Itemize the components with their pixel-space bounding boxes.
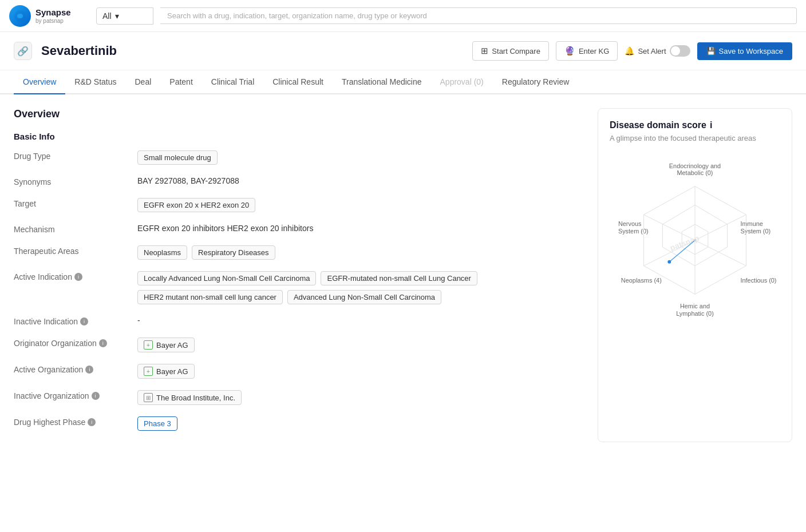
inactive-org-value: ⊞ The Broad Institute, Inc.	[137, 390, 584, 405]
svg-text:Neoplasms (4): Neoplasms (4)	[621, 277, 662, 284]
save-to-workspace-button[interactable]: 💾 Save to Workspace	[697, 42, 792, 60]
bayer-icon: +	[144, 340, 153, 350]
tab-clinical-trial[interactable]: Clinical Trial	[202, 70, 263, 94]
synonyms-value: BAY 2927088, BAY-2927088	[137, 176, 584, 185]
drug-title: Sevabertinib	[41, 43, 463, 58]
drug-highest-phase-label: Drug Highest Phase i	[14, 416, 128, 427]
originator-org-value: + Bayer AG	[137, 338, 584, 352]
svg-text:Lymphatic (0): Lymphatic (0)	[676, 310, 714, 317]
navigation-tabs: Overview R&D Status Deal Patent Clinical…	[0, 70, 806, 94]
tab-patent[interactable]: Patent	[160, 70, 201, 94]
inactive-org-row: Inactive Organization i ⊞ The Broad Inst…	[14, 390, 584, 405]
svg-line-20	[644, 215, 695, 240]
tab-regulatory-review[interactable]: Regulatory Review	[493, 70, 579, 94]
logo-icon	[9, 5, 31, 27]
drug-header: 🔗 Sevabertinib ⊞ Start Compare 🔮 Enter K…	[0, 32, 806, 70]
active-org-value: + Bayer AG	[137, 364, 584, 379]
drug-highest-phase-value: Phase 3	[137, 416, 584, 431]
target-row: Target EGFR exon 20 x HER2 exon 20	[14, 198, 584, 212]
top-bar: Synapse by patsnap All ▾	[0, 0, 806, 32]
set-alert-control: 🔔 Set Alert	[625, 45, 690, 57]
svg-text:System (0): System (0)	[740, 228, 771, 235]
overview-section-title: Overview	[14, 108, 584, 120]
radar-svg: Endocrinology and Metabolic (0) Nervous …	[610, 157, 780, 317]
indication-tag-1: EGFR-mutated non-small Cell Lung Cancer	[321, 271, 477, 285]
therapeutic-areas-row: Therapeutic Areas Neoplasms Respiratory …	[14, 245, 584, 260]
synonyms-text: BAY 2927088, BAY-2927088	[137, 176, 239, 185]
indication-tag-3: Advanced Lung Non-Small Cell Carcinoma	[287, 290, 441, 304]
target-label: Target	[14, 198, 128, 208]
mechanism-row: Mechanism EGFR exon 20 inhibitors HER2 e…	[14, 224, 584, 234]
svg-point-23	[667, 260, 671, 264]
inactive-org-tag: ⊞ The Broad Institute, Inc.	[137, 390, 242, 405]
active-indication-info-icon[interactable]: i	[74, 273, 82, 281]
tab-overview[interactable]: Overview	[14, 70, 65, 94]
synonyms-row: Synonyms BAY 2927088, BAY-2927088	[14, 176, 584, 186]
drug-highest-phase-info-icon[interactable]: i	[88, 418, 96, 426]
active-org-row: Active Organization i + Bayer AG	[14, 364, 584, 379]
svg-line-17	[695, 240, 746, 266]
basic-info-subtitle: Basic Info	[14, 132, 584, 141]
therapeutic-areas-value: Neoplasms Respiratory Diseases	[137, 245, 584, 260]
svg-point-1	[18, 14, 22, 18]
inactive-indication-text: -	[137, 316, 140, 325]
save-icon: 💾	[706, 47, 716, 55]
originator-org-info-icon[interactable]: i	[99, 339, 107, 347]
domain-info-icon[interactable]: i	[710, 120, 712, 130]
inactive-indication-info-icon[interactable]: i	[80, 317, 88, 325]
disease-domain-panel: Disease domain score i A glimpse into th…	[598, 108, 792, 442]
search-category-dropdown[interactable]: All ▾	[96, 7, 153, 25]
chevron-down-icon: ▾	[115, 11, 119, 21]
active-indication-row: Active Indication i Locally Advanced Lun…	[14, 271, 584, 304]
inactive-org-info-icon[interactable]: i	[92, 392, 100, 400]
drug-type-value: Small molecule drug	[137, 150, 584, 165]
target-tag: EGFR exon 20 x HER2 exon 20	[137, 198, 255, 212]
therapeutic-area-tag-1: Respiratory Diseases	[192, 245, 275, 260]
active-org-tag: + Bayer AG	[137, 364, 195, 379]
svg-text:Endocrinology and: Endocrinology and	[669, 162, 721, 169]
originator-org-label: Originator Organization i	[14, 338, 128, 348]
therapeutic-areas-label: Therapeutic Areas	[14, 245, 128, 256]
svg-text:Hemic and: Hemic and	[680, 303, 710, 309]
mechanism-value: EGFR exon 20 inhibitors HER2 exon 20 inh…	[137, 224, 584, 233]
inactive-indication-label: Inactive Indication i	[14, 316, 128, 326]
active-indication-label: Active Indication i	[14, 271, 128, 281]
logo-sub: by patsnap	[35, 18, 71, 25]
kg-icon: 🔮	[564, 46, 575, 56]
enter-kg-button[interactable]: 🔮 Enter KG	[556, 41, 618, 61]
svg-text:Immune: Immune	[740, 220, 762, 227]
indication-tag-2: HER2 mutant non-small cell lung cancer	[137, 290, 283, 304]
alert-toggle[interactable]	[670, 45, 690, 57]
compare-icon: ⊞	[481, 46, 488, 56]
tab-clinical-result[interactable]: Clinical Result	[263, 70, 333, 94]
alert-icon: 🔔	[625, 46, 634, 55]
originator-org-tag: + Bayer AG	[137, 338, 195, 352]
dropdown-label: All	[102, 11, 112, 21]
logo-text: Synapse by patsnap	[35, 7, 71, 25]
tab-translational-medicine[interactable]: Translational Medicine	[333, 70, 431, 94]
inactive-indication-row: Inactive Indication i -	[14, 316, 584, 326]
inactive-indication-value: -	[137, 316, 584, 325]
logo-name: Synapse	[35, 7, 71, 18]
mechanism-label: Mechanism	[14, 224, 128, 234]
drug-type-label: Drug Type	[14, 150, 128, 161]
drug-highest-phase-row: Drug Highest Phase i Phase 3	[14, 416, 584, 431]
tab-deal[interactable]: Deal	[126, 70, 161, 94]
main-content: Overview Basic Info Drug Type Small mole…	[14, 108, 584, 442]
synonyms-label: Synonyms	[14, 176, 128, 186]
logo-area: Synapse by patsnap	[9, 5, 89, 27]
start-compare-button[interactable]: ⊞ Start Compare	[472, 41, 549, 61]
tab-rd-status[interactable]: R&D Status	[65, 70, 125, 94]
bayer-active-icon: +	[144, 367, 153, 376]
svg-text:Infectious (0): Infectious (0)	[740, 277, 776, 284]
active-org-label: Active Organization i	[14, 364, 128, 374]
svg-point-24	[694, 239, 696, 241]
radar-chart: Endocrinology and Metabolic (0) Nervous …	[610, 152, 780, 323]
tab-approval: Approval (0)	[431, 70, 493, 94]
active-org-info-icon[interactable]: i	[85, 366, 93, 374]
svg-text:Nervous: Nervous	[618, 220, 642, 227]
broad-icon: ⊞	[144, 393, 153, 402]
search-input[interactable]	[167, 11, 789, 20]
search-input-wrap[interactable]	[160, 7, 797, 24]
drug-type-tag: Small molecule drug	[137, 150, 218, 165]
